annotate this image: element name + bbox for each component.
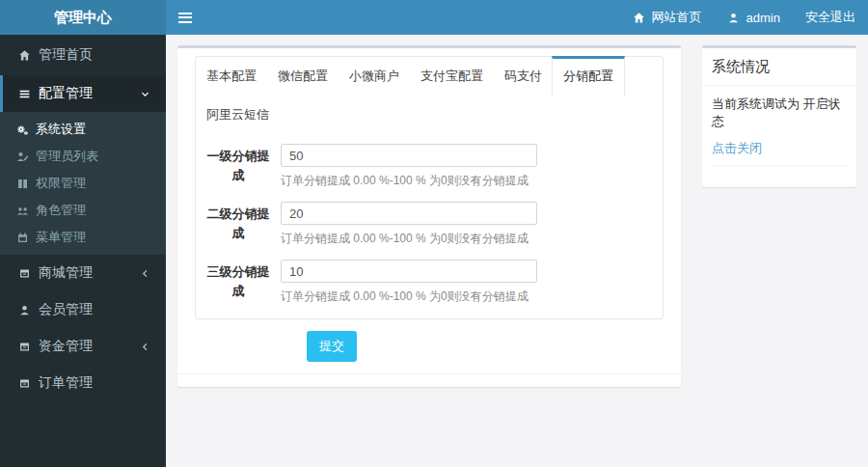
user-edit-icon	[15, 151, 29, 163]
level1-commission-label: 一级分销提成	[203, 144, 273, 189]
sidebar-item-menu-management[interactable]: 菜单管理	[0, 224, 166, 251]
sidebar-item-member-management[interactable]: 会员管理	[0, 291, 166, 328]
admin-app: 管理中心 网站首页 admin	[0, 0, 868, 467]
nav-logout-label: 安全退出	[805, 9, 855, 26]
user-icon	[727, 12, 741, 24]
sidebar-item-label: 管理员列表	[36, 148, 98, 165]
sidebar-item-label: 权限管理	[36, 175, 86, 192]
sidebar-item-config-management[interactable]: 配置管理	[0, 75, 166, 112]
sidebar-item-label: 角色管理	[36, 202, 86, 219]
top-navbar: 管理中心 网站首页 admin	[0, 0, 868, 35]
tab-distribution-config[interactable]: 分销配置	[552, 56, 625, 96]
nav-user-menu[interactable]: admin	[715, 0, 793, 35]
sidebar-item-label: 会员管理	[39, 301, 151, 318]
level1-commission-help: 订单分销提成 0.00 %-100 % 为0则没有分销提成	[281, 173, 537, 189]
sidebar-submenu-config: 系统设置 管理员列表 权限管理	[0, 112, 166, 255]
hamburger-icon	[178, 16, 192, 18]
sidebar-item-system-settings[interactable]: 系统设置	[0, 116, 166, 143]
nav-username: admin	[746, 11, 780, 25]
bars-icon	[17, 88, 31, 100]
tab-wechat-config[interactable]: 微信配置	[267, 57, 339, 96]
chevron-down-icon	[138, 89, 151, 99]
archive-icon	[17, 267, 31, 280]
level2-commission-help: 订单分销提成 0.00 %-100 % 为0则没有分销提成	[281, 231, 537, 247]
form-row-level2: 二级分销提成 订单分销提成 0.00 %-100 % 为0则没有分销提成	[203, 202, 655, 247]
settings-tabbox: 基本配置 微信配置 小微商户 支付宝配置 码支付 分销配置 阿里云短信	[195, 56, 664, 319]
nav-logout[interactable]: 安全退出	[793, 0, 868, 35]
nav-site-home-label: 网站首页	[652, 9, 702, 26]
form-row-level3: 三级分销提成 订单分销提成 0.00 %-100 % 为0则没有分销提成	[203, 260, 655, 305]
calendar-icon	[15, 232, 29, 244]
top-navbar-right: 网站首页 admin 安全退出	[620, 0, 868, 35]
system-status-header: 系统情况	[702, 48, 856, 86]
sidebar-item-order-management[interactable]: 订单管理	[0, 365, 166, 401]
chevron-left-icon	[138, 342, 151, 352]
level1-commission-input[interactable]	[281, 144, 537, 167]
user-icon	[17, 304, 31, 316]
chevron-left-icon	[138, 268, 151, 279]
card-footer	[177, 373, 681, 387]
level2-commission-input[interactable]	[281, 202, 537, 225]
level2-commission-label: 二级分销提成	[203, 202, 273, 247]
level3-commission-help: 订单分销提成 0.00 %-100 % 为0则没有分销提成	[281, 288, 537, 305]
tab-micro-merchant[interactable]: 小微商户	[339, 57, 410, 96]
archive-icon	[17, 341, 31, 353]
sidebar-item-label: 资金管理	[39, 338, 130, 355]
settings-tabs-row1: 基本配置 微信配置 小微商户 支付宝配置 码支付 分销配置	[196, 57, 663, 96]
tab-code-pay[interactable]: 码支付	[494, 57, 553, 96]
columns-icon	[15, 178, 29, 190]
submit-button[interactable]: 提交	[307, 331, 357, 362]
archive-icon	[17, 377, 31, 390]
sidebar-item-label: 管理首页	[39, 46, 151, 64]
level3-commission-label: 三级分销提成	[203, 260, 273, 305]
sidebar-item-funds-management[interactable]: 资金管理	[0, 328, 166, 365]
close-debug-link[interactable]: 点击关闭	[712, 140, 762, 157]
sidebar-item-label: 系统设置	[36, 121, 86, 138]
sidebar: 管理首页 配置管理	[0, 35, 166, 467]
system-status-card: 系统情况 当前系统调试为 开启状态 点击关闭	[702, 45, 856, 187]
system-status-title: 系统情况	[712, 58, 847, 76]
top-navbar-main: 网站首页 admin 安全退出	[166, 0, 868, 35]
sidebar-item-label: 商城管理	[39, 264, 130, 282]
form-row-level1: 一级分销提成 订单分销提成 0.00 %-100 % 为0则没有分销提成	[203, 144, 655, 189]
hamburger-icon	[178, 21, 192, 23]
nav-site-home[interactable]: 网站首页	[620, 0, 715, 35]
system-status-footer	[712, 165, 847, 178]
tab-alipay-config[interactable]: 支付宝配置	[410, 57, 494, 96]
sidebar-toggle-button[interactable]	[166, 0, 204, 35]
brand-logo[interactable]: 管理中心	[0, 0, 166, 35]
users-icon	[15, 205, 29, 217]
sidebar-item-role-management[interactable]: 角色管理	[0, 197, 166, 224]
sidebar-item-label: 菜单管理	[36, 229, 86, 246]
hamburger-icon	[178, 13, 192, 14]
sidebar-item-label: 配置管理	[39, 85, 130, 102]
tab-basic-config[interactable]: 基本配置	[196, 57, 267, 96]
debug-status-text: 当前系统调试为 开启状态	[712, 96, 847, 130]
home-icon	[17, 49, 31, 62]
sidebar-item-mall-management[interactable]: 商城管理	[0, 255, 166, 291]
sidebar-item-permission-management[interactable]: 权限管理	[0, 170, 166, 197]
sidebar-item-admin-home[interactable]: 管理首页	[0, 35, 166, 75]
submit-row: 提交	[195, 319, 664, 373]
tab-aliyun-sms[interactable]: 阿里云短信	[196, 96, 280, 134]
sidebar-item-label: 订单管理	[39, 374, 151, 392]
settings-tabs-row2: 阿里云短信	[196, 96, 663, 134]
home-icon	[633, 12, 646, 24]
sidebar-item-admin-list[interactable]: 管理员列表	[0, 143, 166, 170]
system-status-body: 当前系统调试为 开启状态 点击关闭	[702, 86, 856, 187]
level3-commission-input[interactable]	[281, 260, 537, 283]
distribution-form: 一级分销提成 订单分销提成 0.00 %-100 % 为0则没有分销提成 二级分…	[196, 134, 663, 305]
gears-icon	[15, 124, 29, 136]
content-area: 基本配置 微信配置 小微商户 支付宝配置 码支付 分销配置 阿里云短信	[166, 35, 868, 467]
settings-card: 基本配置 微信配置 小微商户 支付宝配置 码支付 分销配置 阿里云短信	[177, 45, 681, 387]
